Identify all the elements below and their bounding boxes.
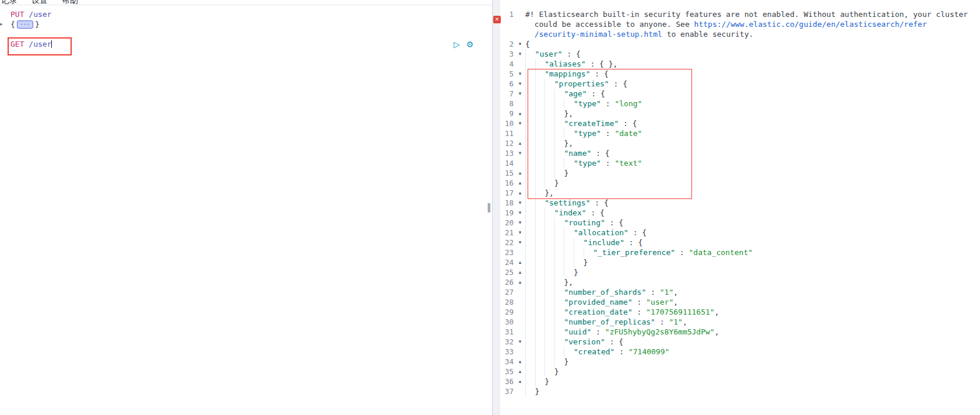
fold-toggle-icon xyxy=(515,287,525,297)
code-token: "provided_name" xyxy=(564,298,632,306)
code-token: , xyxy=(673,288,678,297)
response-code: } xyxy=(525,257,980,267)
error-badge-icon[interactable]: ✕ xyxy=(493,16,501,23)
code-token: } xyxy=(554,179,559,187)
indent-guide xyxy=(525,238,535,247)
code-token: "allocation" xyxy=(574,228,628,237)
response-line: 24▴} xyxy=(493,257,980,267)
indent-guide xyxy=(554,347,564,357)
indent-guide xyxy=(545,277,554,287)
indent-guide xyxy=(525,188,535,198)
editor-line[interactable]: PUT /user xyxy=(0,9,492,19)
indent-guide xyxy=(535,79,545,89)
response-code: } xyxy=(525,367,980,376)
fold-toggle-icon[interactable]: ▾ xyxy=(515,198,525,208)
fold-toggle-icon[interactable]: ▾ xyxy=(515,208,525,218)
response-code: "age" : { xyxy=(525,89,980,99)
response-line: 36▴} xyxy=(493,376,980,386)
indent-guide xyxy=(545,138,554,148)
indent-guide xyxy=(525,337,535,347)
indent-guide xyxy=(554,148,564,158)
fold-toggle-icon[interactable]: ▴ xyxy=(515,188,525,198)
menu-item-settings[interactable]: 设置 xyxy=(31,0,48,6)
fold-toggle-icon[interactable]: ▾ xyxy=(515,69,525,79)
indent-guide xyxy=(564,99,574,109)
indent-guide xyxy=(545,79,554,89)
fold-toggle-icon[interactable]: ▾ xyxy=(515,49,525,59)
indent-guide xyxy=(574,238,584,247)
response-code: "createTime" : { xyxy=(525,118,980,128)
fold-toggle-icon[interactable]: ▾ xyxy=(515,218,525,228)
indent-guide xyxy=(535,307,545,317)
fold-toggle-icon[interactable]: ▾ xyxy=(515,79,525,89)
editor-line[interactable]: GET /user xyxy=(0,39,492,49)
fold-toggle-icon[interactable]: ▴ xyxy=(515,257,525,267)
fold-toggle-icon[interactable]: ▾ xyxy=(515,89,525,99)
code-token: { xyxy=(525,40,530,48)
code-token: "_tier_preference" xyxy=(593,248,675,257)
fold-toggle-icon[interactable]: ▴ xyxy=(515,376,525,386)
fold-toggle-icon[interactable]: ▴ xyxy=(515,357,525,367)
fold-toggle-icon[interactable]: ▴ xyxy=(515,367,525,376)
response-code: "routing" : { xyxy=(525,218,980,228)
fold-toggle-icon xyxy=(515,9,525,19)
fold-toggle-icon[interactable]: ▴ xyxy=(515,138,525,148)
response-line: 14"type" : "text" xyxy=(493,158,980,168)
indent-guide xyxy=(545,158,554,168)
fold-toggle-icon[interactable]: ▾ xyxy=(515,337,525,347)
response-code: "user" : { xyxy=(525,49,980,59)
menu-item-history[interactable]: 记录 xyxy=(1,0,17,6)
indent-guide xyxy=(535,89,545,99)
editor-line[interactable]: ▸{···} xyxy=(0,19,492,29)
fold-toggle-icon xyxy=(515,317,525,327)
fold-toggle-icon[interactable]: ▾ xyxy=(515,228,525,238)
fold-toggle-icon[interactable]: ▾ xyxy=(515,118,525,128)
indent-guide xyxy=(554,297,564,307)
response-line: 18▾"settings" : { xyxy=(493,198,980,208)
indent-guide xyxy=(525,297,535,307)
fold-toggle-icon[interactable]: ▴ xyxy=(515,267,525,277)
code-token: , xyxy=(673,298,678,306)
fold-toggle-icon[interactable]: ▴ xyxy=(515,277,525,287)
wrench-icon[interactable]: ⚙ xyxy=(466,40,474,49)
code-token: : { xyxy=(590,198,608,207)
code-token: : { xyxy=(605,218,623,227)
indent-guide xyxy=(525,327,535,337)
editor-fold-caret-icon[interactable]: ▸ xyxy=(0,19,6,29)
response-line: could be accessible to anyone. See https… xyxy=(493,19,980,29)
indent-guide xyxy=(554,109,564,118)
folded-code-pill[interactable]: ··· xyxy=(17,20,33,29)
code-token: : { xyxy=(605,337,623,346)
request-editor-pane[interactable]: PUT /user▸{···}GET /user ▷ ⚙ xyxy=(0,5,492,415)
fold-toggle-icon[interactable]: ▴ xyxy=(515,168,525,178)
indent-guide xyxy=(554,257,564,267)
response-line: 30"number_of_replicas" : "1", xyxy=(493,317,980,327)
code-token: /user xyxy=(29,10,51,19)
fold-toggle-icon[interactable]: ▴ xyxy=(515,109,525,118)
menu-item-help[interactable]: 帮助 xyxy=(62,0,78,6)
send-request-button[interactable]: ▷ xyxy=(454,40,460,49)
fold-toggle-icon[interactable]: ▾ xyxy=(515,39,525,49)
indent-guide xyxy=(535,198,545,208)
code-token: "1" xyxy=(669,318,682,326)
fold-toggle-icon[interactable]: ▾ xyxy=(515,148,525,158)
code-token: "type" xyxy=(574,99,601,108)
indent-guide xyxy=(545,148,554,158)
fold-toggle-icon[interactable]: ▴ xyxy=(515,178,525,188)
pane-resize-handle[interactable]: ‖ xyxy=(487,202,491,212)
indent-guide xyxy=(525,158,535,168)
response-code: }, xyxy=(525,277,980,287)
indent-guide xyxy=(535,178,545,188)
editor-line[interactable] xyxy=(0,29,492,39)
indent-guide xyxy=(545,238,554,247)
fold-toggle-icon xyxy=(515,327,525,337)
response-line: 17▴}, xyxy=(493,188,980,198)
indent-guide xyxy=(564,238,574,247)
indent-guide xyxy=(525,59,535,69)
fold-toggle-icon[interactable]: ▾ xyxy=(515,238,525,247)
indent-guide xyxy=(564,158,574,168)
response-code: }, xyxy=(525,109,980,118)
code-token: : { }, xyxy=(586,60,618,68)
indent-guide xyxy=(535,327,545,337)
response-code: "index" : { xyxy=(525,208,980,218)
